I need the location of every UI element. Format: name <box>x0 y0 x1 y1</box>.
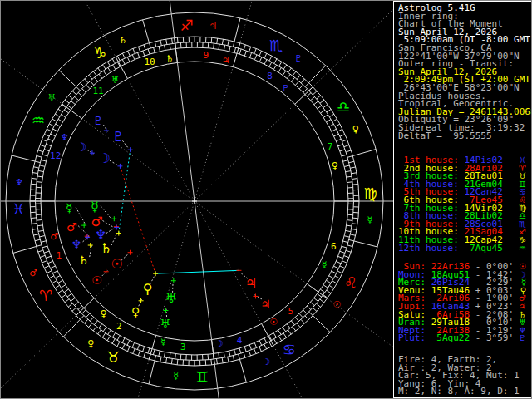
degree-tick <box>94 321 97 325</box>
degree-tick <box>273 65 276 70</box>
house-ruler-icon: ☽ <box>215 338 224 349</box>
degree-tick <box>37 182 42 183</box>
degree-tick <box>61 115 65 118</box>
degree-tick <box>68 96 72 99</box>
degree-tick <box>314 101 318 105</box>
degree-tick <box>89 75 92 79</box>
degree-tick <box>132 55 135 60</box>
degree-tick <box>41 241 46 243</box>
degree-tick <box>31 184 36 185</box>
zodiac-sign-icon: ♈ <box>39 287 52 304</box>
degree-tick <box>98 68 101 72</box>
transit-position-marker <box>81 223 86 228</box>
degree-tick <box>323 115 328 118</box>
degree-tick <box>38 230 43 231</box>
sign-boundary-line <box>59 70 76 86</box>
cusp-band-segment <box>307 283 327 298</box>
degree-tick <box>332 129 337 131</box>
degree-tick <box>222 39 223 44</box>
degree-tick <box>102 65 106 69</box>
degree-tick <box>244 51 246 56</box>
degree-tick <box>254 48 256 53</box>
degree-tick <box>336 261 341 264</box>
degree-tick <box>154 47 155 52</box>
zodiac-sign-icon: ♍ <box>364 185 377 202</box>
sign-boundary-line <box>352 150 376 156</box>
degree-tick <box>317 303 321 307</box>
degree-tick <box>180 42 181 47</box>
house-cusp-line <box>1 1 394 398</box>
degree-tick <box>99 74 102 78</box>
degree-tick <box>334 134 339 136</box>
sign-ruler-icon: ♀ <box>352 124 359 135</box>
degree-tick <box>337 271 342 273</box>
degree-tick <box>352 229 357 229</box>
degree-tick <box>283 328 286 332</box>
sign-ruler-icon: ♆ <box>15 177 23 188</box>
degree-tick <box>148 348 150 353</box>
natal-position-marker <box>153 271 158 276</box>
aspect-line <box>155 270 239 273</box>
degree-tick <box>71 101 75 104</box>
degree-tick <box>318 106 322 109</box>
zodiac-sign-icon: ♑ <box>93 44 106 62</box>
degree-tick <box>84 319 87 323</box>
sign-ruler-icon: ☿ <box>173 371 179 382</box>
degree-tick <box>138 351 140 356</box>
degree-tick <box>264 59 267 64</box>
sign-ruler-icon: ♇ <box>294 53 303 64</box>
natal-position-marker <box>236 268 241 273</box>
degree-tick <box>350 234 355 235</box>
degree-tick <box>283 71 286 75</box>
natal-pointer <box>106 229 115 234</box>
degree-tick <box>273 333 276 338</box>
degree-tick <box>50 266 55 268</box>
degree-tick <box>269 62 272 67</box>
degree-tick <box>293 71 296 76</box>
degree-tick <box>170 44 170 49</box>
degree-tick <box>38 250 43 252</box>
degree-tick <box>180 354 181 359</box>
degree-tick <box>295 318 298 322</box>
planet-row: Plut: 5Aqu22 - 3°59'♇ <box>398 334 530 342</box>
cusp-band-segment <box>212 340 215 365</box>
degree-tick <box>41 160 46 161</box>
degree-tick <box>287 74 290 78</box>
degree-tick <box>144 45 145 50</box>
degree-tick <box>35 161 40 163</box>
degree-tick <box>233 356 234 361</box>
natal-position-marker <box>116 231 121 236</box>
degree-tick <box>39 165 44 166</box>
degree-tick <box>44 134 49 136</box>
sign-boundary-line <box>13 246 37 253</box>
transit-position-marker <box>88 243 93 248</box>
degree-tick <box>48 261 53 264</box>
house-ruler-icon: ♆ <box>61 132 69 143</box>
degree-tick <box>299 313 303 318</box>
degree-tick <box>75 96 79 100</box>
degree-tick <box>293 327 296 331</box>
degree-tick <box>164 352 165 357</box>
degree-tick <box>155 356 156 361</box>
degree-tick <box>208 354 209 359</box>
degree-tick <box>342 155 347 156</box>
chart-wheel: ♈♂♉♀♊☿♋☽♌☉♍☿♎♀♏♇♐♃♑♄♒♅♓♆1♂2♀3☿4☽5☉6☿7♀8♇… <box>1 1 394 398</box>
degree-tick <box>137 52 139 57</box>
degree-tick <box>32 178 37 179</box>
degree-tick <box>239 348 241 353</box>
zodiac-sign-icon: ♒ <box>32 111 45 129</box>
degree-tick <box>340 266 345 268</box>
degree-tick <box>78 306 82 309</box>
degree-tick <box>305 316 309 320</box>
degree-tick <box>301 79 304 83</box>
zodiac-sign-icon: ♏ <box>269 37 283 54</box>
degree-tick <box>127 57 130 62</box>
planet-list: Sun: 22Ari36 - 0°00'☉Moon: 18Aqu51 - 1°4… <box>398 263 530 342</box>
degree-tick <box>334 266 339 268</box>
degree-tick <box>309 312 313 316</box>
natal-planet-icon: ♆ <box>95 227 106 243</box>
totals-line: M: 2, N: 8, A: 9, D: 1 <box>398 387 530 396</box>
degree-tick <box>346 150 351 152</box>
house-ruler-icon: ♅ <box>111 75 120 86</box>
degree-tick <box>166 39 167 44</box>
